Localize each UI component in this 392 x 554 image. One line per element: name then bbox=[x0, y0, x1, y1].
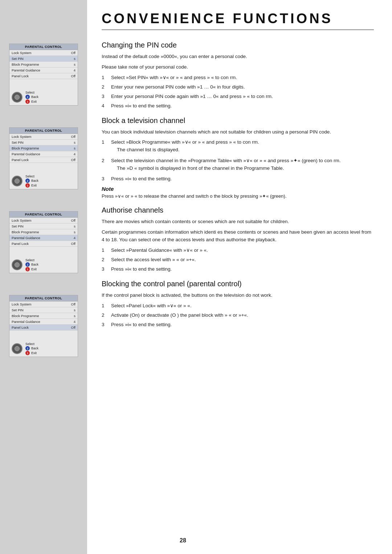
panel-steps: 1 Select »Panel Lock« with »∨« or » «. 2… bbox=[102, 302, 374, 329]
panel-step-2: 2 Activate (On) or deactivate (O ) the p… bbox=[102, 312, 374, 319]
panel-step-1: 1 Select »Panel Lock« with »∨« or » «. bbox=[102, 302, 374, 310]
box4-footer: Select 2 Back 1 Exit bbox=[9, 341, 78, 357]
box1-row-5: Panel Lock Off bbox=[9, 73, 78, 79]
box2-row-4: Parental Guidance 4 bbox=[9, 151, 78, 157]
footer-labels-4: Select 2 Back 1 Exit bbox=[25, 342, 38, 355]
box1-row-2: Set PIN s bbox=[9, 56, 78, 62]
select-label-2: Select bbox=[25, 175, 38, 178]
section-title-panel: Blocking the control panel (parental con… bbox=[102, 280, 374, 288]
pin-step-4: 4 Press »i« to end the setting. bbox=[102, 102, 374, 110]
section-title-authorise: Authorise channels bbox=[102, 206, 374, 214]
section-title-pin: Changing the PIN code bbox=[102, 41, 374, 49]
joystick-icon-3 bbox=[12, 259, 23, 270]
joystick-icon bbox=[12, 92, 23, 103]
block-step2-note: The »D « symbol is displayed in front of… bbox=[117, 165, 341, 172]
exit-label-2: 1 Exit bbox=[25, 183, 38, 188]
exit-badge: 1 bbox=[25, 99, 30, 104]
exit-label-4: 1 Exit bbox=[25, 351, 38, 355]
page: PARENTAL CONTROL Lock System Off Set PIN… bbox=[0, 0, 392, 554]
block-step-2: 2 Select the television channel in the »… bbox=[102, 157, 374, 173]
pin-step-2: 2 Enter your new personal PIN code with … bbox=[102, 83, 374, 91]
back-badge-2: 2 bbox=[25, 178, 30, 183]
authorise-intro2: Certain programmes contain information w… bbox=[102, 229, 374, 244]
page-number: 28 bbox=[180, 537, 186, 544]
authorise-step-2: 2 Select the access level with » « or »+… bbox=[102, 256, 374, 264]
back-badge-3: 2 bbox=[25, 262, 30, 267]
panel-intro: If the control panel block is activated,… bbox=[102, 292, 374, 299]
main-content: CONVENIENCE FUNCTIONS Changing the PIN c… bbox=[87, 0, 392, 554]
parental-control-box-4: PARENTAL CONTROL Lock System Off Set PIN… bbox=[9, 295, 78, 357]
box4-header: PARENTAL CONTROL bbox=[9, 295, 78, 301]
exit-label: 1 Exit bbox=[25, 99, 38, 104]
block-steps: 1 Select »Block Programme« with »∨« or »… bbox=[102, 139, 374, 182]
box2-row-2: Set PIN s bbox=[9, 140, 78, 145]
box2-row-5: Panel Lock Off bbox=[9, 157, 78, 163]
box2-footer: Select 2 Back 1 Exit bbox=[9, 173, 78, 189]
back-label: 2 Back bbox=[25, 95, 38, 99]
box4-row-1: Lock System Off bbox=[9, 301, 78, 307]
box3-row-2: Set PIN s bbox=[9, 223, 78, 229]
box2-row-3: Block Programme s bbox=[9, 145, 78, 151]
box3-header: PARENTAL CONTROL bbox=[9, 212, 78, 218]
footer-labels-3: Select 2 Back 1 Exit bbox=[25, 258, 38, 271]
exit-badge-2: 1 bbox=[25, 183, 30, 188]
box4-row-2: Set PIN s bbox=[9, 307, 78, 313]
box3-row-1: Lock System Off bbox=[9, 218, 78, 223]
block-step-3: 3 Press »i« to end the setting. bbox=[102, 175, 374, 183]
note-title: Note bbox=[102, 186, 374, 192]
footer-labels: Select 2 Back 1 Exit bbox=[25, 91, 38, 104]
authorise-intro1: There are movies which contain contents … bbox=[102, 218, 374, 226]
select-label: Select bbox=[25, 91, 38, 94]
note-text: Press »∨« or » « to release the channel … bbox=[102, 193, 374, 200]
exit-badge-3: 1 bbox=[25, 267, 30, 271]
box1-row-1: Lock System Off bbox=[9, 50, 78, 56]
select-label-3: Select bbox=[25, 258, 38, 262]
block-step1-note: The channel list is displayed. bbox=[117, 146, 259, 153]
box4-row-4: Parental Guidance 4 bbox=[9, 319, 78, 325]
joystick-icon-4 bbox=[12, 343, 23, 354]
box4-row-3: Block Programme s bbox=[9, 313, 78, 319]
page-title: CONVENIENCE FUNCTIONS bbox=[102, 11, 374, 30]
pin-steps: 1 Select »Set PIN« with »∨« or » « and p… bbox=[102, 74, 374, 110]
joystick-icon-2 bbox=[12, 176, 23, 186]
pin-step-1: 1 Select »Set PIN« with »∨« or » « and p… bbox=[102, 74, 374, 82]
back-badge-4: 2 bbox=[25, 346, 30, 350]
parental-control-box-3: PARENTAL CONTROL Lock System Off Set PIN… bbox=[9, 211, 78, 273]
block-intro: You can block individual television chan… bbox=[102, 128, 374, 136]
footer-labels-2: Select 2 Back 1 Exit bbox=[25, 175, 38, 188]
pin-intro2: Please take note of your personal code. bbox=[102, 63, 374, 71]
authorise-steps: 1 Select »Parental Guidance« with »∨« or… bbox=[102, 247, 374, 273]
box4-row-5: Panel Lock Off bbox=[9, 325, 78, 331]
back-label-2: 2 Back bbox=[25, 178, 38, 183]
box2-row-1: Lock System Off bbox=[9, 134, 78, 140]
parental-control-box-1: PARENTAL CONTROL Lock System Off Set PIN… bbox=[9, 44, 78, 106]
box3-row-4: Parental Guidance 4 bbox=[9, 235, 78, 241]
box1-row-4: Parental Guidance 4 bbox=[9, 67, 78, 73]
exit-label-3: 1 Exit bbox=[25, 267, 38, 271]
parental-control-box-2: PARENTAL CONTROL Lock System Off Set PIN… bbox=[9, 127, 78, 189]
pin-intro1: Instead of the default code »0000«, you … bbox=[102, 53, 374, 61]
box2-header: PARENTAL CONTROL bbox=[9, 128, 78, 134]
box1-header: PARENTAL CONTROL bbox=[9, 44, 78, 50]
box1-footer: Select 2 Back 1 Exit bbox=[9, 89, 78, 105]
select-label-4: Select bbox=[25, 342, 38, 346]
box3-row-5: Panel Lock Off bbox=[9, 241, 78, 247]
back-label-4: 2 Back bbox=[25, 346, 38, 350]
authorise-step-1: 1 Select »Parental Guidance« with »∨« or… bbox=[102, 247, 374, 254]
box1-row-3: Block Programme s bbox=[9, 62, 78, 67]
back-label-3: 2 Back bbox=[25, 262, 38, 267]
exit-badge-4: 1 bbox=[25, 351, 30, 355]
panel-step-3: 3 Press »i« to end the setting. bbox=[102, 321, 374, 329]
block-step-1: 1 Select »Block Programme« with »∨« or »… bbox=[102, 139, 374, 155]
pin-step-3: 3 Enter your personal PIN code again wit… bbox=[102, 93, 374, 100]
back-badge: 2 bbox=[25, 95, 30, 99]
box3-row-3: Block Programme s bbox=[9, 229, 78, 235]
sidebar: PARENTAL CONTROL Lock System Off Set PIN… bbox=[0, 0, 87, 554]
authorise-step-3: 3 Press »i« to end the setting. bbox=[102, 266, 374, 273]
section-title-block: Block a television channel bbox=[102, 116, 374, 125]
box3-footer: Select 2 Back 1 Exit bbox=[9, 257, 78, 273]
